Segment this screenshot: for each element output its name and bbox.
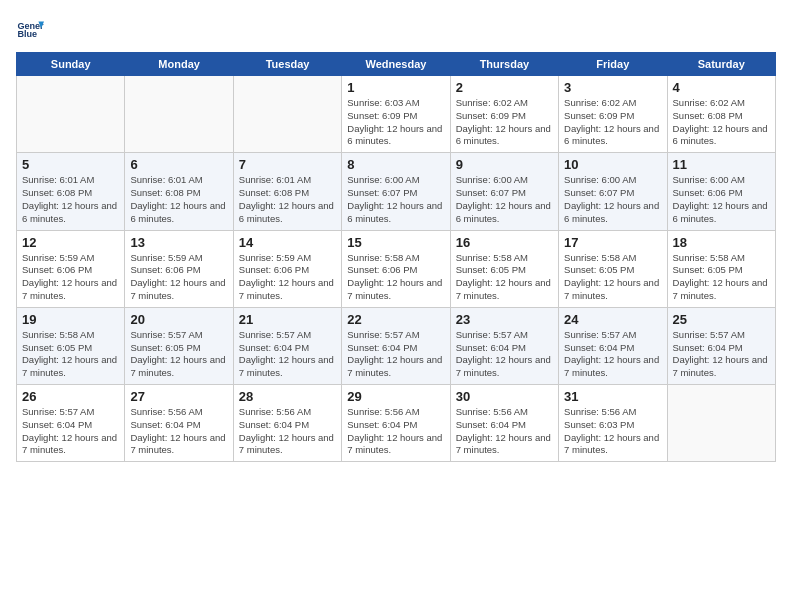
day-header-wednesday: Wednesday <box>342 53 450 76</box>
day-number: 8 <box>347 157 444 172</box>
calendar-week-row: 19Sunrise: 5:58 AMSunset: 6:05 PMDayligh… <box>17 307 776 384</box>
day-info: Sunrise: 5:57 AMSunset: 6:04 PMDaylight:… <box>456 329 553 380</box>
calendar-cell: 4Sunrise: 6:02 AMSunset: 6:08 PMDaylight… <box>667 76 775 153</box>
calendar-cell: 22Sunrise: 5:57 AMSunset: 6:04 PMDayligh… <box>342 307 450 384</box>
day-header-saturday: Saturday <box>667 53 775 76</box>
calendar-cell <box>233 76 341 153</box>
day-info: Sunrise: 5:58 AMSunset: 6:05 PMDaylight:… <box>564 252 661 303</box>
calendar-cell: 10Sunrise: 6:00 AMSunset: 6:07 PMDayligh… <box>559 153 667 230</box>
day-info: Sunrise: 6:00 AMSunset: 6:07 PMDaylight:… <box>564 174 661 225</box>
svg-text:Blue: Blue <box>17 29 37 39</box>
day-info: Sunrise: 6:00 AMSunset: 6:07 PMDaylight:… <box>347 174 444 225</box>
calendar-cell: 27Sunrise: 5:56 AMSunset: 6:04 PMDayligh… <box>125 385 233 462</box>
day-header-thursday: Thursday <box>450 53 558 76</box>
day-number: 28 <box>239 389 336 404</box>
day-info: Sunrise: 5:57 AMSunset: 6:04 PMDaylight:… <box>347 329 444 380</box>
day-number: 15 <box>347 235 444 250</box>
day-number: 6 <box>130 157 227 172</box>
day-number: 3 <box>564 80 661 95</box>
day-number: 7 <box>239 157 336 172</box>
calendar-cell: 14Sunrise: 5:59 AMSunset: 6:06 PMDayligh… <box>233 230 341 307</box>
calendar-cell: 31Sunrise: 5:56 AMSunset: 6:03 PMDayligh… <box>559 385 667 462</box>
day-number: 22 <box>347 312 444 327</box>
day-header-sunday: Sunday <box>17 53 125 76</box>
day-number: 21 <box>239 312 336 327</box>
day-info: Sunrise: 5:57 AMSunset: 6:04 PMDaylight:… <box>564 329 661 380</box>
day-number: 13 <box>130 235 227 250</box>
day-header-monday: Monday <box>125 53 233 76</box>
calendar-cell: 12Sunrise: 5:59 AMSunset: 6:06 PMDayligh… <box>17 230 125 307</box>
calendar-cell: 18Sunrise: 5:58 AMSunset: 6:05 PMDayligh… <box>667 230 775 307</box>
calendar-cell: 8Sunrise: 6:00 AMSunset: 6:07 PMDaylight… <box>342 153 450 230</box>
day-number: 5 <box>22 157 119 172</box>
day-number: 31 <box>564 389 661 404</box>
calendar-cell: 26Sunrise: 5:57 AMSunset: 6:04 PMDayligh… <box>17 385 125 462</box>
day-info: Sunrise: 6:01 AMSunset: 6:08 PMDaylight:… <box>22 174 119 225</box>
day-number: 30 <box>456 389 553 404</box>
calendar-cell: 5Sunrise: 6:01 AMSunset: 6:08 PMDaylight… <box>17 153 125 230</box>
calendar-cell: 2Sunrise: 6:02 AMSunset: 6:09 PMDaylight… <box>450 76 558 153</box>
logo: General Blue <box>16 16 46 44</box>
calendar-cell: 9Sunrise: 6:00 AMSunset: 6:07 PMDaylight… <box>450 153 558 230</box>
calendar-cell: 3Sunrise: 6:02 AMSunset: 6:09 PMDaylight… <box>559 76 667 153</box>
day-header-friday: Friday <box>559 53 667 76</box>
day-info: Sunrise: 6:00 AMSunset: 6:07 PMDaylight:… <box>456 174 553 225</box>
day-info: Sunrise: 6:01 AMSunset: 6:08 PMDaylight:… <box>130 174 227 225</box>
day-number: 9 <box>456 157 553 172</box>
day-info: Sunrise: 5:56 AMSunset: 6:03 PMDaylight:… <box>564 406 661 457</box>
calendar-cell: 11Sunrise: 6:00 AMSunset: 6:06 PMDayligh… <box>667 153 775 230</box>
logo-icon: General Blue <box>16 16 44 44</box>
day-number: 1 <box>347 80 444 95</box>
calendar-week-row: 26Sunrise: 5:57 AMSunset: 6:04 PMDayligh… <box>17 385 776 462</box>
day-number: 29 <box>347 389 444 404</box>
calendar-week-row: 5Sunrise: 6:01 AMSunset: 6:08 PMDaylight… <box>17 153 776 230</box>
day-info: Sunrise: 5:58 AMSunset: 6:06 PMDaylight:… <box>347 252 444 303</box>
day-info: Sunrise: 5:58 AMSunset: 6:05 PMDaylight:… <box>673 252 770 303</box>
day-number: 12 <box>22 235 119 250</box>
calendar-cell: 28Sunrise: 5:56 AMSunset: 6:04 PMDayligh… <box>233 385 341 462</box>
day-info: Sunrise: 5:56 AMSunset: 6:04 PMDaylight:… <box>130 406 227 457</box>
day-info: Sunrise: 5:57 AMSunset: 6:04 PMDaylight:… <box>239 329 336 380</box>
day-info: Sunrise: 5:56 AMSunset: 6:04 PMDaylight:… <box>347 406 444 457</box>
day-info: Sunrise: 5:57 AMSunset: 6:04 PMDaylight:… <box>22 406 119 457</box>
day-info: Sunrise: 6:02 AMSunset: 6:08 PMDaylight:… <box>673 97 770 148</box>
day-info: Sunrise: 6:00 AMSunset: 6:06 PMDaylight:… <box>673 174 770 225</box>
day-info: Sunrise: 5:59 AMSunset: 6:06 PMDaylight:… <box>130 252 227 303</box>
calendar-cell: 24Sunrise: 5:57 AMSunset: 6:04 PMDayligh… <box>559 307 667 384</box>
day-info: Sunrise: 5:57 AMSunset: 6:05 PMDaylight:… <box>130 329 227 380</box>
calendar-cell: 29Sunrise: 5:56 AMSunset: 6:04 PMDayligh… <box>342 385 450 462</box>
day-number: 10 <box>564 157 661 172</box>
day-info: Sunrise: 5:58 AMSunset: 6:05 PMDaylight:… <box>22 329 119 380</box>
day-number: 4 <box>673 80 770 95</box>
calendar-cell: 17Sunrise: 5:58 AMSunset: 6:05 PMDayligh… <box>559 230 667 307</box>
day-number: 23 <box>456 312 553 327</box>
day-number: 2 <box>456 80 553 95</box>
day-number: 20 <box>130 312 227 327</box>
day-number: 27 <box>130 389 227 404</box>
calendar-cell: 13Sunrise: 5:59 AMSunset: 6:06 PMDayligh… <box>125 230 233 307</box>
day-info: Sunrise: 5:56 AMSunset: 6:04 PMDaylight:… <box>239 406 336 457</box>
day-info: Sunrise: 6:03 AMSunset: 6:09 PMDaylight:… <box>347 97 444 148</box>
day-info: Sunrise: 6:01 AMSunset: 6:08 PMDaylight:… <box>239 174 336 225</box>
calendar-cell: 20Sunrise: 5:57 AMSunset: 6:05 PMDayligh… <box>125 307 233 384</box>
calendar-cell <box>667 385 775 462</box>
day-number: 18 <box>673 235 770 250</box>
header: General Blue <box>16 16 776 44</box>
day-number: 16 <box>456 235 553 250</box>
calendar-header-row: SundayMondayTuesdayWednesdayThursdayFrid… <box>17 53 776 76</box>
calendar-cell: 30Sunrise: 5:56 AMSunset: 6:04 PMDayligh… <box>450 385 558 462</box>
calendar-week-row: 12Sunrise: 5:59 AMSunset: 6:06 PMDayligh… <box>17 230 776 307</box>
calendar-cell: 21Sunrise: 5:57 AMSunset: 6:04 PMDayligh… <box>233 307 341 384</box>
calendar-cell: 23Sunrise: 5:57 AMSunset: 6:04 PMDayligh… <box>450 307 558 384</box>
calendar: SundayMondayTuesdayWednesdayThursdayFrid… <box>16 52 776 462</box>
day-info: Sunrise: 5:59 AMSunset: 6:06 PMDaylight:… <box>22 252 119 303</box>
day-number: 11 <box>673 157 770 172</box>
calendar-cell <box>17 76 125 153</box>
day-number: 17 <box>564 235 661 250</box>
day-number: 25 <box>673 312 770 327</box>
calendar-cell: 25Sunrise: 5:57 AMSunset: 6:04 PMDayligh… <box>667 307 775 384</box>
day-info: Sunrise: 5:59 AMSunset: 6:06 PMDaylight:… <box>239 252 336 303</box>
calendar-cell: 15Sunrise: 5:58 AMSunset: 6:06 PMDayligh… <box>342 230 450 307</box>
calendar-cell: 6Sunrise: 6:01 AMSunset: 6:08 PMDaylight… <box>125 153 233 230</box>
day-number: 26 <box>22 389 119 404</box>
